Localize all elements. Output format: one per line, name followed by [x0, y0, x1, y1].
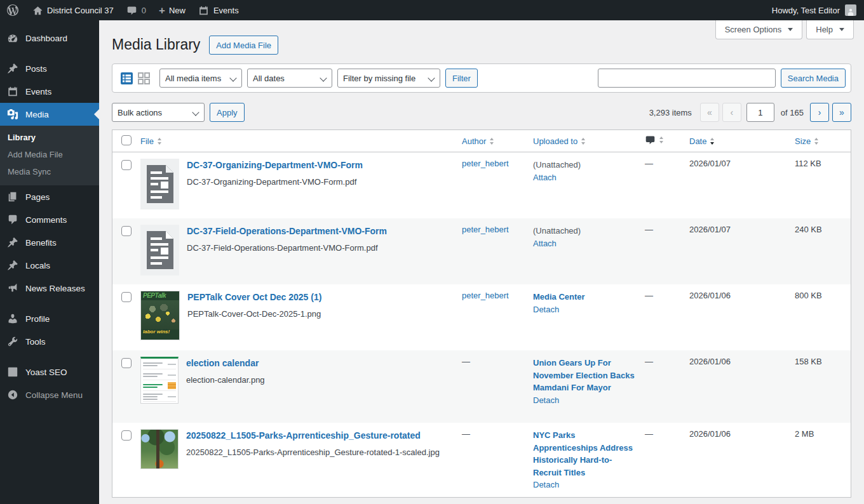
comments-count: 0	[142, 6, 146, 15]
next-page-button[interactable]: ›	[810, 103, 829, 122]
page-title: Media Library	[112, 36, 200, 55]
sidebar-item-yoast-seo[interactable]: Yoast SEO	[0, 361, 99, 383]
media-title-link[interactable]: DC-37-Field-Operations-Department-VMO-Fo…	[187, 225, 387, 238]
attach-link[interactable]: Attach	[533, 237, 557, 250]
events-shortcut[interactable]: Events	[192, 0, 245, 20]
peptalk-cover-thumbnail[interactable]: PEPTalk labor wins!	[140, 291, 180, 340]
sort-by-date[interactable]: Date	[689, 136, 714, 146]
submenu-item-add-media-file[interactable]: Add Media File	[0, 146, 99, 163]
filter-button[interactable]: Filter	[445, 69, 478, 88]
election-calendar-thumbnail[interactable]	[140, 357, 179, 404]
search-input[interactable]	[598, 69, 776, 88]
date-value: 2026/01/06	[689, 291, 731, 300]
sidebar-item-comments[interactable]: Comments	[0, 208, 99, 231]
admin-bar: District Council 37 0 + New Events Howdy…	[0, 0, 864, 20]
avatar[interactable]	[845, 4, 856, 16]
sidebar-item-events[interactable]: Events	[0, 80, 99, 103]
sort-by-comments[interactable]	[645, 135, 663, 145]
media-title-link[interactable]: 20250822_L1505-Parks-Aprrenticeship_Gest…	[186, 430, 421, 442]
pdf-document-icon[interactable]	[140, 225, 179, 275]
row-checkbox[interactable]	[121, 160, 132, 170]
submenu-item-library[interactable]: Library	[0, 129, 99, 146]
pushpin-icon	[6, 259, 19, 272]
uploaded-to-link[interactable]: NYC Parks Apprenticeships Address Histor…	[533, 429, 638, 479]
admin-sidebar: Dashboard Posts Events Media Library Add…	[0, 20, 99, 504]
sort-arrows-icon	[490, 138, 494, 145]
author-link[interactable]: peter_hebert	[462, 291, 509, 300]
submenu-item-media-sync[interactable]: Media Sync	[0, 163, 99, 180]
yoast-icon	[6, 366, 19, 378]
list-view-icon[interactable]	[120, 72, 133, 85]
sidebar-item-label: Dashboard	[25, 34, 67, 43]
howdy-account-menu[interactable]: Howdy, Test Editor	[772, 6, 840, 15]
media-type-select[interactable]: All media items	[159, 69, 242, 88]
media-type-filter: All media items	[159, 69, 242, 88]
new-label: New	[169, 6, 186, 15]
sort-by-author[interactable]: Author	[462, 136, 494, 146]
wordpress-logo[interactable]	[0, 0, 25, 20]
missing-file-select[interactable]: Filter by missing file	[337, 69, 440, 88]
date-select[interactable]: All dates	[247, 69, 332, 88]
parks-photo-thumbnail[interactable]	[140, 429, 179, 469]
events-label: Events	[213, 6, 239, 15]
help-button[interactable]: Help	[806, 20, 854, 39]
sidebar-item-dashboard[interactable]: Dashboard	[0, 27, 99, 50]
comments-value: —	[645, 225, 653, 234]
row-checkbox[interactable]	[121, 292, 132, 302]
media-submenu: Library Add Media File Media Sync	[0, 126, 99, 185]
detach-link[interactable]: Detach	[533, 394, 559, 407]
sort-arrows-icon	[659, 136, 663, 143]
sidebar-item-news-releases[interactable]: News Releases	[0, 277, 99, 300]
media-title-link[interactable]: election calendar	[186, 357, 259, 370]
add-media-file-button[interactable]: Add Media File	[209, 36, 278, 55]
sidebar-item-benefits[interactable]: Benefits	[0, 231, 99, 254]
screen-options-button[interactable]: Screen Options	[715, 20, 803, 39]
filter-bar: All media items All dates Filter by miss…	[112, 63, 851, 93]
sidebar-item-collapse-menu[interactable]: Collapse Menu	[0, 383, 99, 406]
select-all-checkbox[interactable]	[121, 135, 132, 145]
row-checkbox[interactable]	[121, 226, 132, 236]
date-filter: All dates	[247, 69, 332, 88]
apply-button[interactable]: Apply	[210, 103, 245, 122]
sidebar-item-locals[interactable]: Locals	[0, 254, 99, 277]
items-count: 3,293 items	[649, 108, 692, 117]
collapse-arrow-icon	[6, 388, 19, 401]
row-checkbox[interactable]	[121, 358, 132, 368]
table-row: PEPTalk labor wins! PEPTalk Cover Oct De…	[112, 284, 851, 350]
author-link[interactable]: peter_hebert	[462, 225, 509, 234]
pushpin-icon	[6, 62, 19, 75]
table-row: DC-37-Organizing-Department-VMO-Form DC-…	[112, 152, 851, 218]
current-page-input[interactable]	[746, 103, 774, 122]
comments-shortcut[interactable]: 0	[120, 0, 152, 20]
sidebar-item-media[interactable]: Media	[0, 103, 99, 126]
sort-by-size[interactable]: Size	[795, 136, 818, 146]
media-title-link[interactable]: DC-37-Organizing-Department-VMO-Form	[187, 159, 363, 172]
last-page-button[interactable]: »	[832, 103, 851, 122]
sort-by-uploaded-to[interactable]: Uploaded to	[533, 136, 585, 146]
author-value: —	[462, 357, 470, 366]
uploaded-to-link[interactable]: Union Gears Up For November Election Bac…	[533, 357, 638, 394]
author-link[interactable]: peter_hebert	[462, 159, 509, 168]
bulk-actions-select[interactable]: Bulk actions	[112, 103, 205, 122]
events-calendar-icon	[198, 4, 210, 16]
sidebar-item-pages[interactable]: Pages	[0, 185, 99, 208]
pdf-document-icon[interactable]	[140, 159, 179, 209]
sidebar-item-profile[interactable]: Profile	[0, 307, 99, 330]
main-content: Screen Options Help Media Library Add Me…	[99, 20, 864, 504]
detach-link[interactable]: Detach	[533, 303, 559, 316]
sidebar-item-posts[interactable]: Posts	[0, 57, 99, 80]
search-media-button[interactable]: Search Media	[781, 69, 846, 88]
chevron-down-icon	[839, 28, 844, 31]
sort-by-file[interactable]: File	[140, 136, 161, 146]
site-menu[interactable]: District Council 37	[25, 0, 120, 20]
uploaded-to-link[interactable]: Media Center	[533, 291, 638, 303]
attach-link[interactable]: Attach	[533, 171, 557, 184]
sort-arrows-icon	[814, 138, 818, 145]
new-content-menu[interactable]: + New	[152, 0, 192, 20]
media-title-link[interactable]: PEPTalk Cover Oct Dec 2025 (1)	[187, 291, 321, 304]
grid-view-icon[interactable]	[137, 72, 151, 85]
sidebar-item-tools[interactable]: Tools	[0, 330, 99, 353]
row-checkbox[interactable]	[121, 430, 132, 441]
media-icon	[6, 108, 19, 121]
detach-link[interactable]: Detach	[533, 479, 559, 491]
